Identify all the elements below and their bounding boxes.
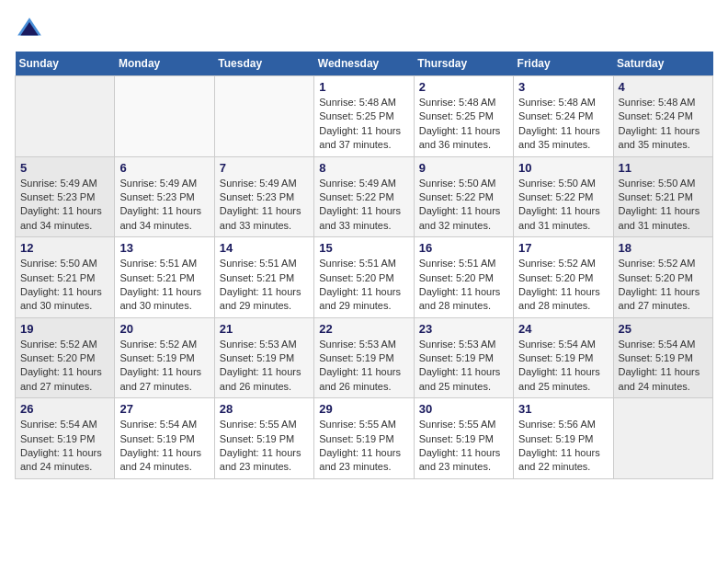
sunset: Sunset: 5:21 PM <box>20 272 95 283</box>
sunrise: Sunrise: 5:48 AM <box>419 97 496 108</box>
daylight: Daylight: 11 hours and 24 minutes. <box>20 447 102 472</box>
daylight: Daylight: 11 hours and 29 minutes. <box>220 286 301 311</box>
day-info: Sunrise: 5:48 AM Sunset: 5:24 PM Dayligh… <box>619 96 708 153</box>
day-header-saturday: Saturday <box>613 52 712 76</box>
sunset: Sunset: 5:24 PM <box>518 110 593 121</box>
daylight: Daylight: 11 hours and 31 minutes. <box>518 205 600 230</box>
day-number: 5 <box>20 161 109 175</box>
day-info: Sunrise: 5:48 AM Sunset: 5:25 PM Dayligh… <box>319 96 408 153</box>
day-cell-19: 19 Sunrise: 5:52 AM Sunset: 5:20 PM Dayl… <box>16 317 115 398</box>
daylight: Daylight: 11 hours and 23 minutes. <box>419 447 501 472</box>
day-info: Sunrise: 5:54 AM Sunset: 5:19 PM Dayligh… <box>619 338 708 395</box>
sunset: Sunset: 5:24 PM <box>619 110 693 121</box>
sunset: Sunset: 5:23 PM <box>20 191 95 202</box>
day-cell-6: 6 Sunrise: 5:49 AM Sunset: 5:23 PM Dayli… <box>115 156 214 237</box>
sunset: Sunset: 5:22 PM <box>319 191 393 202</box>
sunrise: Sunrise: 5:56 AM <box>518 419 596 430</box>
sunset: Sunset: 5:25 PM <box>319 110 393 121</box>
daylight: Daylight: 11 hours and 25 minutes. <box>419 366 501 391</box>
sunset: Sunset: 5:19 PM <box>619 352 693 363</box>
sunset: Sunset: 5:25 PM <box>419 110 494 121</box>
day-info: Sunrise: 5:50 AM Sunset: 5:22 PM Dayligh… <box>518 177 608 234</box>
day-cell-15: 15 Sunrise: 5:51 AM Sunset: 5:20 PM Dayl… <box>314 237 414 318</box>
day-number: 12 <box>20 241 109 255</box>
day-header-monday: Monday <box>115 52 214 76</box>
day-header-wednesday: Wednesday <box>314 52 414 76</box>
sunrise: Sunrise: 5:52 AM <box>119 339 197 350</box>
daylight: Daylight: 11 hours and 26 minutes. <box>319 366 401 391</box>
day-number: 24 <box>518 322 608 336</box>
daylight: Daylight: 11 hours and 24 minutes. <box>119 447 201 472</box>
day-header-sunday: Sunday <box>16 52 115 76</box>
day-number: 6 <box>119 161 209 175</box>
daylight: Daylight: 11 hours and 27 minutes. <box>619 286 700 311</box>
day-number: 15 <box>319 241 408 255</box>
daylight: Daylight: 11 hours and 28 minutes. <box>419 286 501 311</box>
sunrise: Sunrise: 5:52 AM <box>619 258 696 269</box>
day-cell-5: 5 Sunrise: 5:49 AM Sunset: 5:23 PM Dayli… <box>16 156 115 237</box>
day-cell-10: 10 Sunrise: 5:50 AM Sunset: 5:22 PM Dayl… <box>514 156 613 237</box>
sunrise: Sunrise: 5:49 AM <box>319 178 396 189</box>
day-number: 17 <box>518 241 608 255</box>
sunrise: Sunrise: 5:51 AM <box>220 258 297 269</box>
day-info: Sunrise: 5:52 AM Sunset: 5:20 PM Dayligh… <box>518 257 608 314</box>
sunrise: Sunrise: 5:52 AM <box>20 339 97 350</box>
day-info: Sunrise: 5:51 AM Sunset: 5:20 PM Dayligh… <box>319 257 408 314</box>
sunrise: Sunrise: 5:51 AM <box>119 258 197 269</box>
sunrise: Sunrise: 5:49 AM <box>20 178 97 189</box>
day-info: Sunrise: 5:52 AM Sunset: 5:20 PM Dayligh… <box>20 338 109 395</box>
day-info: Sunrise: 5:49 AM Sunset: 5:23 PM Dayligh… <box>220 177 309 234</box>
sunset: Sunset: 5:19 PM <box>319 433 393 444</box>
sunset: Sunset: 5:21 PM <box>119 272 194 283</box>
sunrise: Sunrise: 5:54 AM <box>619 339 696 350</box>
day-cell-7: 7 Sunrise: 5:49 AM Sunset: 5:23 PM Dayli… <box>214 156 313 237</box>
day-info: Sunrise: 5:50 AM Sunset: 5:21 PM Dayligh… <box>20 257 109 314</box>
sunset: Sunset: 5:19 PM <box>518 433 593 444</box>
day-info: Sunrise: 5:53 AM Sunset: 5:19 PM Dayligh… <box>419 338 508 395</box>
calendar-week-1: 1 Sunrise: 5:48 AM Sunset: 5:25 PM Dayli… <box>16 76 713 157</box>
day-number: 30 <box>419 402 508 416</box>
day-number: 2 <box>419 80 508 94</box>
sunset: Sunset: 5:19 PM <box>220 352 294 363</box>
day-number: 11 <box>619 161 708 175</box>
day-number: 7 <box>220 161 309 175</box>
daylight: Daylight: 11 hours and 23 minutes. <box>220 447 301 472</box>
empty-cell <box>613 398 712 479</box>
day-info: Sunrise: 5:51 AM Sunset: 5:20 PM Dayligh… <box>419 257 508 314</box>
sunrise: Sunrise: 5:49 AM <box>220 178 297 189</box>
sunrise: Sunrise: 5:53 AM <box>319 339 396 350</box>
day-info: Sunrise: 5:52 AM Sunset: 5:19 PM Dayligh… <box>119 338 209 395</box>
daylight: Daylight: 11 hours and 30 minutes. <box>20 286 102 311</box>
sunrise: Sunrise: 5:53 AM <box>419 339 496 350</box>
day-cell-17: 17 Sunrise: 5:52 AM Sunset: 5:20 PM Dayl… <box>514 237 613 318</box>
sunset: Sunset: 5:21 PM <box>619 191 693 202</box>
sunset: Sunset: 5:20 PM <box>20 352 95 363</box>
sunrise: Sunrise: 5:50 AM <box>619 178 696 189</box>
sunrise: Sunrise: 5:50 AM <box>20 258 97 269</box>
day-info: Sunrise: 5:53 AM Sunset: 5:19 PM Dayligh… <box>220 338 309 395</box>
daylight: Daylight: 11 hours and 25 minutes. <box>518 366 600 391</box>
sunrise: Sunrise: 5:55 AM <box>220 419 297 430</box>
day-number: 22 <box>319 322 408 336</box>
sunset: Sunset: 5:19 PM <box>220 433 294 444</box>
sunrise: Sunrise: 5:51 AM <box>319 258 396 269</box>
day-cell-2: 2 Sunrise: 5:48 AM Sunset: 5:25 PM Dayli… <box>414 76 513 157</box>
day-number: 1 <box>319 80 408 94</box>
day-number: 21 <box>220 322 309 336</box>
day-cell-28: 28 Sunrise: 5:55 AM Sunset: 5:19 PM Dayl… <box>214 398 313 479</box>
sunrise: Sunrise: 5:51 AM <box>419 258 496 269</box>
day-cell-12: 12 Sunrise: 5:50 AM Sunset: 5:21 PM Dayl… <box>16 237 115 318</box>
day-cell-18: 18 Sunrise: 5:52 AM Sunset: 5:20 PM Dayl… <box>613 237 712 318</box>
daylight: Daylight: 11 hours and 34 minutes. <box>20 205 102 230</box>
day-info: Sunrise: 5:55 AM Sunset: 5:19 PM Dayligh… <box>319 418 408 475</box>
day-cell-23: 23 Sunrise: 5:53 AM Sunset: 5:19 PM Dayl… <box>414 317 513 398</box>
day-number: 27 <box>119 402 209 416</box>
day-cell-13: 13 Sunrise: 5:51 AM Sunset: 5:21 PM Dayl… <box>115 237 214 318</box>
day-number: 8 <box>319 161 408 175</box>
day-header-thursday: Thursday <box>414 52 513 76</box>
daylight: Daylight: 11 hours and 34 minutes. <box>119 205 201 230</box>
day-cell-11: 11 Sunrise: 5:50 AM Sunset: 5:21 PM Dayl… <box>613 156 712 237</box>
calendar-header-row: SundayMondayTuesdayWednesdayThursdayFrid… <box>16 52 713 76</box>
sunset: Sunset: 5:22 PM <box>518 191 593 202</box>
calendar-week-3: 12 Sunrise: 5:50 AM Sunset: 5:21 PM Dayl… <box>16 237 713 318</box>
